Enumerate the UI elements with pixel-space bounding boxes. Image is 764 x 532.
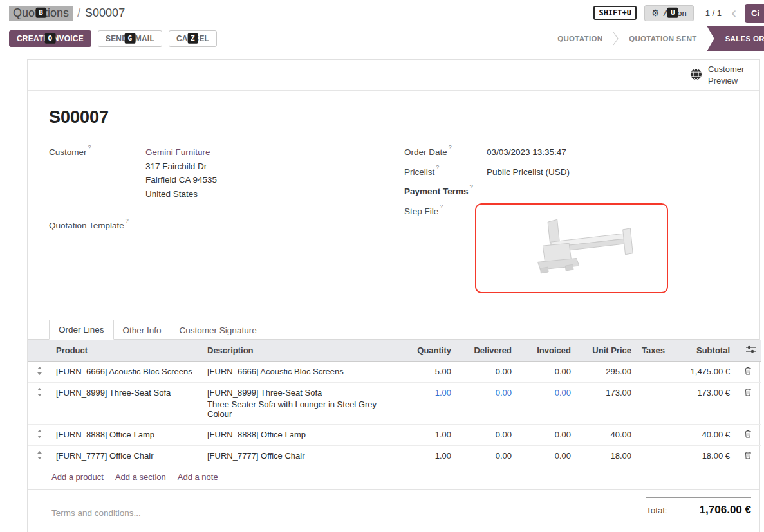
order-date-value[interactable]: 03/03/2023 13:35:47 [487,145,566,160]
action-button-bar: CREATE INVOICE Q SEND EMAIL G CANCEL Z Q… [0,26,764,51]
statusbar: QUOTATION QUOTATION SENT SALES ORDER [547,26,764,51]
pager-previous-icon[interactable]: ‹ [729,5,738,21]
customer-address-line3: United States [145,187,217,201]
tab-order-lines[interactable]: Order Lines [49,320,114,340]
description-cell[interactable]: [FURN_8888] Office Lamp [202,424,398,445]
stage-quotation[interactable]: QUOTATION [547,26,613,51]
add-product-link[interactable]: Add a product [51,472,104,482]
description-cell[interactable]: [FURN_7777] Office Chair [202,445,398,466]
step-file-label: Step File? [404,205,487,293]
taxes-column-header[interactable]: Taxes [637,340,675,362]
taxes-cell[interactable] [637,382,675,424]
quantity-cell[interactable]: 1.00 [398,445,456,466]
product-cell[interactable]: [FURN_8999] Three-Seat Sofa [51,382,202,424]
customer-label: Customer? [49,145,145,201]
product-column-header[interactable]: Product [51,340,202,362]
delete-row-icon[interactable] [744,367,752,377]
breadcrumb-quotations-link[interactable]: Quotations B [9,6,73,21]
delivered-cell[interactable]: 0.00 [456,445,517,466]
product-cell[interactable]: [FURN_6666] Acoustic Bloc Screens [51,361,202,382]
optional-columns-icon[interactable] [746,345,756,355]
kbd-hint-b-badge: B [35,8,46,18]
description-cell[interactable]: [FURN_8999] Three-Seat Sofa Three Seater… [202,382,398,424]
help-icon: ? [436,164,439,170]
delete-row-icon[interactable] [744,430,752,440]
delivered-cell[interactable]: 0.00 [456,361,517,382]
unit-price-cell[interactable]: 40.00 [576,424,637,445]
taxes-cell[interactable] [637,424,675,445]
subtotal-cell: 173.00 € [675,382,735,424]
unit-price-cell[interactable]: 295.00 [576,361,637,382]
delete-row-icon[interactable] [744,388,752,398]
quantity-column-header[interactable]: Quantity [398,340,456,362]
taxes-cell[interactable] [637,445,675,466]
breadcrumb-current: S00007 [85,6,125,20]
tab-customer-signature[interactable]: Customer Signature [171,321,266,340]
add-section-link[interactable]: Add a section [115,472,166,482]
delivered-cell[interactable]: 0.00 [456,382,517,424]
subtotal-column-header[interactable]: Subtotal [675,340,735,362]
notebook-tabs: Order Lines Other Info Customer Signatur… [28,320,759,340]
subtotal-cell: 18.00 € [675,445,735,466]
taxes-cell[interactable] [637,361,675,382]
order-form-sheet: Customer Preview S00007 Customer? Gemini… [27,59,760,532]
edge-cut-button[interactable]: Ci [745,4,764,23]
quantity-cell[interactable]: 5.00 [398,361,456,382]
optional-columns-header [735,340,761,362]
stage-sales-order[interactable]: SALES ORDER [707,26,764,51]
pricelist-value[interactable]: Public Pricelist (USD) [487,165,570,179]
help-icon: ? [440,203,443,210]
globe-icon [690,68,702,82]
table-row[interactable]: [FURN_6666] Acoustic Bloc Screens [FURN_… [28,361,761,382]
drag-handle-icon[interactable] [37,388,42,398]
invoiced-cell[interactable]: 0.00 [517,382,576,424]
drag-handle-icon[interactable] [37,367,42,377]
table-row[interactable]: [FURN_8999] Three-Seat Sofa [FURN_8999] … [28,382,761,424]
subtotal-cell: 40.00 € [675,424,735,445]
stage-quotation-sent[interactable]: QUOTATION SENT [619,26,707,51]
order-lines-table: Product Description Quantity Delivered I… [28,340,761,466]
description-column-header[interactable]: Description [202,340,398,362]
topbar-right-cluster: SHIFT+U ⚙ Action U 1 / 1 ‹ › Ci [593,5,755,21]
cancel-button[interactable]: CANCEL Z [169,30,217,47]
unit-price-cell[interactable]: 173.00 [576,382,637,424]
form-left-column: Customer? Gemini Furniture 317 Fairchild… [49,145,404,299]
kbd-hint-u-badge: U [667,8,678,18]
quantity-cell[interactable]: 1.00 [398,424,456,445]
action-menu-button[interactable]: ⚙ Action U [644,5,694,21]
quantity-cell[interactable]: 1.00 [398,382,456,424]
terms-placeholder[interactable]: Terms and conditions... [51,508,141,518]
product-cell[interactable]: [FURN_8888] Office Lamp [51,424,202,445]
delete-row-icon[interactable] [744,451,752,461]
product-cell[interactable]: [FURN_7777] Office Chair [51,445,202,466]
add-note-link[interactable]: Add a note [178,472,218,482]
unit-price-column-header[interactable]: Unit Price [576,340,637,362]
invoiced-cell[interactable]: 0.00 [517,424,576,445]
unit-price-cell[interactable]: 18.00 [576,445,637,466]
invoiced-column-header[interactable]: Invoiced [517,340,576,362]
create-invoice-button[interactable]: CREATE INVOICE Q [9,30,91,47]
drag-handle-icon[interactable] [37,430,42,440]
invoiced-cell[interactable]: 0.00 [517,361,576,382]
send-email-button[interactable]: SEND EMAIL G [98,30,162,47]
customer-address-line1: 317 Fairchild Dr [145,160,217,174]
table-row[interactable]: [FURN_8888] Office Lamp [FURN_8888] Offi… [28,424,761,445]
delivered-cell[interactable]: 0.00 [456,424,517,445]
table-row[interactable]: [FURN_7777] Office Chair [FURN_7777] Off… [28,445,761,466]
payment-terms-label: Payment Terms? [404,185,487,196]
step-file-image[interactable] [475,203,668,293]
delivered-column-header[interactable]: Delivered [456,340,517,362]
kbd-hint-q-badge: Q [45,33,56,44]
total-value: 1,706.00 € [700,504,751,517]
handle-column-header [28,340,51,362]
customer-value: Gemini Furniture 317 Fairchild Dr Fairfi… [145,145,217,201]
invoiced-cell[interactable]: 0.00 [517,445,576,466]
customer-address-line2: Fairfield CA 94535 [145,173,217,187]
tab-other-info[interactable]: Other Info [114,321,171,340]
customer-link[interactable]: Gemini Furniture [145,147,210,157]
customer-preview-button[interactable]: Customer Preview [690,64,749,86]
form-fields: Customer? Gemini Furniture 317 Fairchild… [28,145,759,299]
drag-handle-icon[interactable] [37,451,42,461]
order-date-label: Order Date? [404,145,487,160]
description-cell[interactable]: [FURN_6666] Acoustic Bloc Screens [202,361,398,382]
